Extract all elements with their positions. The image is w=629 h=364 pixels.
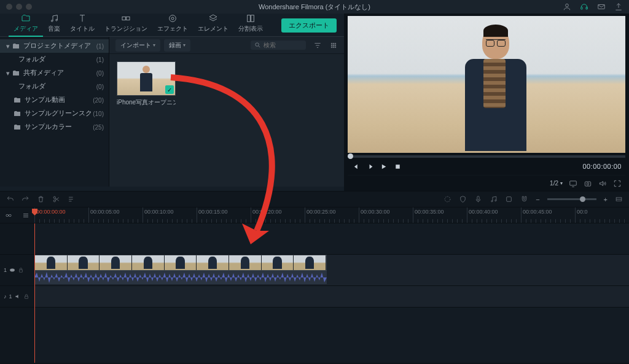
tab-audio[interactable]: 音楽 [43,12,65,36]
svg-point-8 [171,17,174,20]
clip-thumbnail[interactable]: ✓ [117,61,176,96]
playhead[interactable] [34,223,35,363]
sidebar-item-folder-1[interactable]: フォルダ (1) [0,53,109,66]
upper-panels: メディア 音楽 タイトル トランジション エフェクト エレメント [0,14,629,192]
sidebar-item-sample-greenscreen[interactable]: サンプルグリーンスクリーン (10) [0,107,109,120]
magnet-icon[interactable] [520,195,528,203]
folder-icon [14,97,21,103]
svg-point-17 [333,45,334,46]
stop-icon[interactable] [394,163,402,171]
link-icon[interactable] [5,212,12,219]
scrub-handle[interactable] [348,153,353,159]
shield-icon[interactable] [459,195,467,203]
lock-icon[interactable] [23,293,29,300]
display-icon[interactable] [569,179,577,188]
window-controls[interactable] [0,4,32,10]
scissors-icon[interactable] [52,195,60,203]
search-input[interactable] [251,41,306,50]
play-icon[interactable] [380,163,388,171]
svg-point-30 [491,201,493,202]
zoom-knob[interactable] [580,196,585,202]
volume-icon[interactable] [598,179,607,188]
timeline-toolbar: − + [0,192,629,207]
lock-icon[interactable] [18,267,24,273]
tab-media[interactable]: メディア [9,12,43,36]
tab-split[interactable]: 分割表示 [233,12,268,36]
upload-icon[interactable] [614,2,623,11]
close-dot[interactable] [6,4,12,10]
tab-element[interactable]: エレメント [193,12,233,36]
svg-rect-39 [25,296,28,299]
zoom-slider[interactable] [547,198,596,200]
edit-list-icon[interactable] [68,195,76,203]
left-panel: メディア 音楽 タイトル トランジション エフェクト エレメント [0,14,344,191]
media-grid: ✓ iPhone写真オープニング [109,54,344,187]
preview-canvas[interactable] [348,16,625,153]
music-tl-icon[interactable] [490,195,498,203]
tab-title[interactable]: タイトル [65,12,100,36]
svg-rect-10 [248,15,251,22]
chevron-down-icon: ▾ [6,69,12,77]
min-dot[interactable] [16,4,22,10]
timeline-clip[interactable] [34,255,327,285]
svg-rect-29 [477,196,479,200]
sidebar-item-sample-color[interactable]: サンプルカラー (25) [0,120,109,134]
tracks-icon[interactable] [22,212,29,219]
svg-point-5 [56,19,58,21]
filter-icon[interactable] [313,41,322,50]
sidebar-item-project-media[interactable]: ▾ プロジェクトメディア (1) [0,39,109,53]
video-track: 1 [0,255,629,286]
record-button[interactable]: 録画▾ [164,39,190,52]
play-pause-icon[interactable] [365,163,373,171]
titlebar-actions [563,2,623,11]
prev-frame-icon[interactable] [351,163,359,171]
preview-scrub[interactable] [348,155,625,158]
effect-icon [168,14,178,23]
redo-icon[interactable] [21,195,29,203]
main-tabs: メディア 音楽 タイトル トランジション エフェクト エレメント [0,14,344,37]
speaker-icon[interactable] [15,293,21,300]
tab-effect[interactable]: エフェクト [152,12,193,36]
fit-icon[interactable] [615,195,623,203]
undo-icon[interactable] [6,195,14,203]
folder-icon [12,70,20,76]
export-button[interactable]: エクスポート [281,18,337,33]
account-icon[interactable] [563,2,571,11]
sidebar-item-shared-media[interactable]: ▾ 共有メディア (0) [0,66,109,80]
mail-icon[interactable] [597,2,606,11]
snapshot-icon[interactable] [584,179,592,188]
music-icon [49,14,59,23]
mic-icon[interactable] [474,195,482,203]
video-track-head[interactable]: 1 [0,255,34,285]
sidebar-item-folder-2[interactable]: フォルダ (0) [0,80,109,93]
preview-zoom[interactable]: 1/2▾ [550,180,563,187]
svg-rect-3 [598,5,605,9]
svg-rect-6 [122,17,125,20]
media-clip[interactable]: ✓ iPhone写真オープニング [117,61,176,107]
svg-point-31 [495,200,496,201]
audio-track-head[interactable]: ♪ 1 [0,286,34,307]
search-field[interactable] [264,42,300,48]
marker-icon[interactable] [505,195,513,203]
tab-transition[interactable]: トランジション [100,12,152,36]
svg-rect-1 [581,7,582,9]
headset-icon[interactable] [580,2,588,11]
folder-icon [21,14,31,23]
media-sidebar: ▾ プロジェクトメディア (1) フォルダ (1) ▾ 共有メディア (0) フ… [0,37,109,187]
zoom-out-icon[interactable]: − [536,196,539,203]
import-button[interactable]: インポート▾ [115,39,160,52]
eye-icon[interactable] [9,267,15,273]
svg-point-28 [445,196,450,202]
text-icon [77,14,87,23]
zoom-in-icon[interactable]: + [604,196,608,203]
trash-icon[interactable] [37,195,45,203]
sidebar-item-sample-video[interactable]: サンプル動画 (20) [0,93,109,107]
grid-view-icon[interactable] [329,41,338,50]
max-dot[interactable] [26,4,32,10]
timeline-ruler[interactable]: 00:00:00:0000:00:05:0000:00:10:0000:00:1… [34,207,629,223]
svg-rect-11 [251,15,254,22]
fullscreen-icon[interactable] [613,179,622,188]
svg-point-18 [335,45,336,46]
render-icon[interactable] [443,195,451,203]
timeline-header: 00:00:00:0000:00:05:0000:00:10:0000:00:1… [0,207,629,223]
